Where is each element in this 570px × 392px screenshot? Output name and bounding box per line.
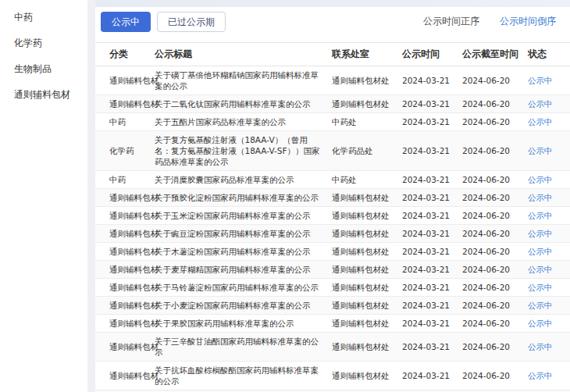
table-row: 化学药关于复方氨基酸注射液（18AA-V）（曾用名：复方氨基酸注射液（18AA-… — [95, 131, 570, 171]
row-status-link[interactable]: 公示中 — [528, 297, 562, 314]
row-title-link[interactable]: 关于果胶国家药用辅料标准草案的公示 — [155, 315, 332, 332]
sidebar-item-2[interactable]: 生物制品 — [0, 56, 87, 82]
table-header-row: 分类 公示标题 联系处室 公示时间 公示截至时间 状态 — [95, 42, 570, 66]
row-publish-date: 2024-03-21 — [402, 297, 462, 314]
row-publish-date: 2024-03-21 — [402, 95, 462, 112]
tab-past-publicity[interactable]: 已过公示期 — [157, 12, 226, 32]
row-title-link[interactable]: 关于五酯片国家药品标准草案的公示 — [155, 113, 332, 130]
row-end-date: 2024-06-20 — [462, 72, 528, 89]
row-publish-date: 2024-03-21 — [402, 261, 462, 278]
sidebar-item-0[interactable]: 中药 — [0, 5, 87, 30]
row-title-link[interactable]: 关于玉米淀粉国家药用辅料标准草案的公示 — [155, 207, 332, 224]
row-office: 通则辅料包材处 — [332, 95, 402, 112]
filter-toolbar: 公示中 已过公示期 公示时间正序 公示时间倒序 — [95, 7, 570, 36]
row-category: 通则辅料包材 — [109, 243, 155, 260]
row-status-link[interactable]: 公示中 — [528, 261, 562, 278]
sort-time-descending-link[interactable]: 公示时间倒序 — [500, 15, 556, 28]
row-end-date: 2024-06-20 — [462, 113, 528, 130]
row-end-date: 2024-06-20 — [462, 367, 528, 384]
row-category: 通则辅料包材 — [109, 189, 155, 206]
row-office: 通则辅料包材处 — [332, 261, 402, 278]
row-end-date: 2024-06-20 — [462, 297, 528, 314]
row-title-link[interactable]: 关于磺丁基倍他环糊精钠国家药用辅料标准草案的公示 — [155, 66, 332, 94]
row-end-date: 2024-06-20 — [462, 261, 528, 278]
row-title-link[interactable]: 关于马铃薯淀粉国家药用辅料标准草案的公示 — [155, 279, 332, 296]
row-title-link[interactable]: 关于抗坏血酸棕榈酸酯国家药用辅料标准草案的公示 — [155, 362, 332, 390]
column-header-status: 状态 — [528, 43, 562, 66]
column-header-end-date: 公示截至时间 — [462, 43, 528, 66]
row-publish-date: 2024-03-21 — [402, 338, 462, 355]
row-office: 通则辅料包材处 — [332, 279, 402, 296]
column-header-publish-date: 公示时间 — [402, 43, 462, 66]
row-status-link[interactable]: 公示中 — [528, 142, 562, 159]
column-header-category: 分类 — [109, 43, 155, 66]
table-row: 通则辅料包材关于三辛酸甘油酯国家药用辅料标准草案的公示通则辅料包材处2024-0… — [95, 333, 570, 362]
row-status-link[interactable]: 公示中 — [528, 367, 562, 384]
notice-table: 分类 公示标题 联系处室 公示时间 公示截至时间 状态 通则辅料包材关于磺丁基倍… — [95, 42, 570, 392]
row-end-date: 2024-06-20 — [462, 243, 528, 260]
sidebar-item-1[interactable]: 化学药 — [0, 30, 87, 56]
row-category: 通则辅料包材 — [109, 338, 155, 355]
sort-time-ascending-link[interactable]: 公示时间正序 — [423, 15, 479, 28]
column-header-office: 联系处室 — [332, 43, 402, 66]
row-title-link[interactable]: 关于小麦淀粉国家药用辅料标准草案的公示 — [155, 297, 332, 314]
table-body: 通则辅料包材关于磺丁基倍他环糊精钠国家药用辅料标准草案的公示通则辅料包材处202… — [95, 66, 570, 392]
row-title-link[interactable]: 关于预胶化淀粉国家药用辅料标准草案的公示 — [155, 189, 332, 206]
row-publish-date: 2024-03-21 — [402, 207, 462, 224]
row-title-link[interactable]: 关于消糜胶囊国家药品标准草案的公示 — [155, 171, 332, 188]
table-row: 通则辅料包材关于麦芽糊精国家药用辅料标准草案的公示通则辅料包材处2024-03-… — [95, 261, 570, 279]
sidebar-main-divider — [87, 0, 95, 392]
sidebar-item-3[interactable]: 通则辅料包材 — [0, 82, 87, 108]
row-publish-date: 2024-03-21 — [402, 279, 462, 296]
table-row: 通则辅料包材关于小麦淀粉国家药用辅料标准草案的公示通则辅料包材处2024-03-… — [95, 297, 570, 315]
row-status-link[interactable]: 公示中 — [528, 189, 562, 206]
row-office: 通则辅料包材处 — [332, 338, 402, 355]
row-publish-date: 2024-03-21 — [402, 315, 462, 332]
row-category: 通则辅料包材 — [109, 297, 155, 314]
row-title-link[interactable]: 关于复方氨基酸注射液（18AA-V）（曾用名：复方氨基酸注射液（18AA-V-S… — [155, 131, 332, 170]
row-office: 通则辅料包材处 — [332, 189, 402, 206]
row-category: 通则辅料包材 — [109, 95, 155, 112]
row-title-link[interactable]: 关于木薯淀粉国家药用辅料标准草案的公示 — [155, 243, 332, 260]
row-status-link[interactable]: 公示中 — [528, 338, 562, 355]
main-content: 公示中 已过公示期 公示时间正序 公示时间倒序 分类 公示标题 联系处室 公示时… — [95, 7, 570, 392]
row-category: 通则辅料包材 — [109, 261, 155, 278]
row-title-link[interactable]: 关于二氧化钛国家药用辅料标准草案的公示 — [155, 95, 332, 112]
category-sidebar: 中药化学药生物制品通则辅料包材 — [0, 0, 87, 392]
row-status-link[interactable]: 公示中 — [528, 95, 562, 112]
row-category: 通则辅料包材 — [109, 367, 155, 384]
row-status-link[interactable]: 公示中 — [528, 113, 562, 130]
row-status-link[interactable]: 公示中 — [528, 279, 562, 296]
row-office: 通则辅料包材处 — [332, 315, 402, 332]
row-publish-date: 2024-03-21 — [402, 72, 462, 89]
table-row: 通则辅料包材关于玉米淀粉国家药用辅料标准草案的公示通则辅料包材处2024-03-… — [95, 207, 570, 225]
row-status-link[interactable]: 公示中 — [528, 315, 562, 332]
row-title-link[interactable]: 关于三辛酸甘油酯国家药用辅料标准草案的公示 — [155, 333, 332, 361]
row-title-link[interactable]: 关于麦芽糊精国家药用辅料标准草案的公示 — [155, 261, 332, 278]
tab-in-publicity[interactable]: 公示中 — [101, 12, 151, 32]
row-office: 通则辅料包材处 — [332, 367, 402, 384]
row-end-date: 2024-06-20 — [462, 207, 528, 224]
row-publish-date: 2024-03-21 — [402, 243, 462, 260]
row-title-link[interactable]: 关于豌豆淀粉国家药用辅料标准草案的公示 — [155, 225, 332, 242]
row-office: 通则辅料包材处 — [332, 225, 402, 242]
row-office: 化学药品处 — [332, 142, 402, 159]
column-header-title: 公示标题 — [155, 43, 332, 66]
row-status-link[interactable]: 公示中 — [528, 243, 562, 260]
row-end-date: 2024-06-20 — [462, 315, 528, 332]
row-status-link[interactable]: 公示中 — [528, 171, 562, 188]
row-status-link[interactable]: 公示中 — [528, 207, 562, 224]
table-row: 通则辅料包材关于果胶国家药用辅料标准草案的公示通则辅料包材处2024-03-21… — [95, 315, 570, 333]
row-status-link[interactable]: 公示中 — [528, 225, 562, 242]
row-end-date: 2024-06-20 — [462, 171, 528, 188]
row-category: 中药 — [109, 171, 155, 188]
row-category: 通则辅料包材 — [109, 225, 155, 242]
row-publish-date: 2024-03-21 — [402, 189, 462, 206]
row-category: 中药 — [109, 113, 155, 130]
row-status-link[interactable]: 公示中 — [528, 72, 562, 89]
table-row: 通则辅料包材关于木薯淀粉国家药用辅料标准草案的公示通则辅料包材处2024-03-… — [95, 243, 570, 261]
row-publish-date: 2024-03-21 — [402, 113, 462, 130]
row-publish-date: 2024-03-21 — [402, 367, 462, 384]
row-end-date: 2024-06-20 — [462, 189, 528, 206]
table-row: 通则辅料包材关于抗坏血酸棕榈酸酯国家药用辅料标准草案的公示通则辅料包材处2024… — [95, 362, 570, 390]
